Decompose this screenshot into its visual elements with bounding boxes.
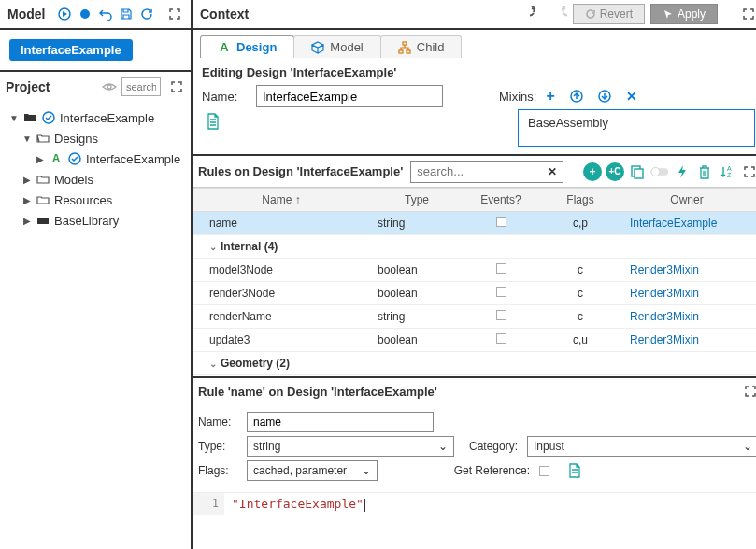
document-icon[interactable] [206, 113, 221, 147]
undo-icon[interactable] [97, 6, 114, 22]
tab-child[interactable]: Child [380, 35, 463, 58]
svg-point-14 [651, 167, 660, 176]
save-icon[interactable] [118, 6, 135, 22]
col-flags[interactable]: Flags [538, 189, 622, 211]
table-row[interactable]: renderName string c Render3Mixin [193, 305, 756, 329]
table-row[interactable]: render3Node boolean c Render3Mixin [193, 282, 756, 305]
rule-flags-select[interactable]: cached, parameter⌄ [247, 460, 378, 481]
tree-label: InterfaceExample [86, 152, 180, 166]
svg-point-2 [80, 9, 90, 19]
caret-right-icon: ▶ [22, 216, 32, 226]
rules-search-input[interactable] [411, 162, 542, 180]
chevron-down-icon: ⌄ [743, 440, 752, 453]
design-a-icon: A [49, 151, 64, 166]
col-owner[interactable]: Owner [622, 189, 751, 211]
tab-design[interactable]: A Design [200, 35, 294, 58]
editor-expand-icon[interactable] [742, 383, 756, 400]
tab-model[interactable]: Model [293, 35, 380, 58]
expand-icon[interactable] [166, 6, 183, 22]
context-undo-icon[interactable] [530, 6, 547, 22]
rules-grid-header: Name ↑ Type Events? Flags Owner ▲ [193, 188, 756, 212]
group-internal[interactable]: ⌄Internal (4) [193, 235, 756, 259]
rule-editor: Rule 'name' on Design 'InterfaceExample'… [193, 378, 756, 515]
caret-down-icon: ⌄ [209, 242, 221, 252]
col-name[interactable]: Name ↑ [193, 189, 370, 211]
checkbox[interactable] [496, 287, 506, 297]
table-row[interactable]: bbox any c Render3Mixin [193, 375, 756, 376]
tree-designs[interactable]: ▼ Designs [22, 128, 187, 148]
mixin-remove-icon[interactable]: ✕ [626, 89, 637, 104]
model-title: Model [7, 7, 45, 21]
record-icon[interactable] [77, 6, 93, 22]
checkbox[interactable] [496, 217, 506, 227]
tree-resources[interactable]: ▶ Resources [22, 190, 187, 210]
getref-checkbox[interactable] [539, 466, 549, 476]
tree-label: InterfaceExample [60, 111, 154, 125]
tree-baselib[interactable]: ▶ BaseLibrary [22, 210, 187, 231]
sort-icon[interactable]: AZ [718, 162, 736, 181]
mixin-add-icon[interactable]: + [546, 88, 554, 105]
svg-point-3 [107, 85, 111, 89]
mixins-box[interactable]: BaseAssembly [518, 109, 755, 147]
project-header: Project [0, 72, 191, 102]
hierarchy-icon [398, 41, 411, 54]
code-line[interactable]: "InterfaceExample" [224, 493, 373, 515]
context-redo-icon[interactable] [550, 6, 567, 22]
add-rule-icon[interactable]: + [583, 162, 602, 181]
tree-design-item[interactable]: ▶ A InterfaceExample [36, 148, 187, 169]
rule-type-select[interactable]: string⌄ [247, 436, 454, 457]
tree-root[interactable]: ▼ InterfaceExample [9, 107, 187, 128]
trash-icon[interactable] [695, 162, 714, 181]
document-icon[interactable] [568, 463, 581, 478]
model-panel-header: Model [0, 0, 191, 30]
bolt-icon[interactable] [673, 162, 692, 181]
project-search-input[interactable] [121, 77, 161, 96]
group-geometry[interactable]: ⌄Geometry (2) [193, 352, 756, 375]
code-editor[interactable]: 1 "InterfaceExample" [193, 492, 756, 515]
tree-models[interactable]: ▶ Models [22, 169, 187, 190]
rules-expand-icon[interactable] [740, 162, 756, 181]
table-row[interactable]: update3 boolean c,u Render3Mixin [193, 329, 756, 352]
table-row[interactable]: model3Node boolean c Render3Mixin [193, 259, 756, 282]
model-body: InterfaceExample [0, 30, 191, 70]
checkbox[interactable] [496, 263, 506, 274]
project-expand-icon[interactable] [168, 78, 185, 95]
line-gutter: 1 [193, 493, 224, 515]
revert-button[interactable]: Revert [573, 4, 645, 24]
checkbox[interactable] [496, 333, 506, 344]
rules-search[interactable]: ✕ [410, 161, 563, 183]
table-row[interactable]: name string c,p InterfaceExample [193, 212, 756, 235]
col-type[interactable]: Type [370, 189, 464, 211]
rules-title: Rules on Design 'InterfaceExample' [198, 164, 403, 178]
chevron-down-icon: ⌄ [362, 464, 371, 477]
mixin-up-icon[interactable] [570, 90, 583, 103]
rules-panel: Rules on Design 'InterfaceExample' ✕ + +… [193, 156, 756, 378]
tree-label: BaseLibrary [54, 214, 119, 228]
context-expand-icon[interactable] [740, 6, 756, 22]
copy-icon[interactable] [628, 162, 647, 181]
checkbox[interactable] [496, 310, 506, 320]
mixin-down-icon[interactable] [598, 90, 611, 103]
editing-subhead: Editing Design 'InterfaceExample' [202, 65, 755, 79]
apply-button[interactable]: Apply [650, 4, 718, 24]
play-icon[interactable] [56, 6, 73, 22]
design-name-input[interactable] [256, 85, 443, 107]
scroll-gutter: ▲ [751, 189, 756, 211]
rule-editor-title: Rule 'name' on Design 'InterfaceExample' [198, 385, 437, 399]
visibility-icon[interactable] [101, 78, 118, 95]
check-circle-icon [41, 110, 56, 125]
search-clear-icon[interactable]: ✕ [542, 165, 563, 178]
caret-right-icon: ▶ [36, 154, 45, 164]
rule-category-select[interactable]: Inpust⌄ [527, 436, 756, 457]
rcategory-label: Category: [469, 440, 518, 453]
folder-solid-icon [36, 213, 50, 228]
col-events[interactable]: Events? [464, 189, 538, 211]
tree-label: Designs [54, 132, 98, 146]
add-c-rule-icon[interactable]: +C [606, 162, 624, 181]
rflags-label: Flags: [198, 464, 237, 477]
context-title: Context [200, 7, 249, 21]
model-pill[interactable]: InterfaceExample [9, 39, 133, 61]
refresh-icon[interactable] [138, 6, 155, 22]
rule-name-input[interactable] [247, 412, 434, 432]
toggle-icon[interactable] [650, 162, 669, 181]
